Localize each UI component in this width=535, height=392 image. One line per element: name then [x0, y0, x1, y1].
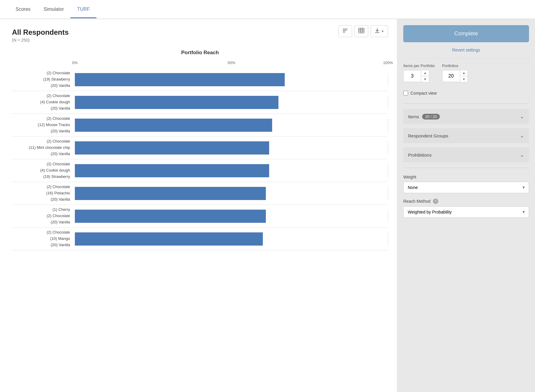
table-button[interactable]	[354, 25, 368, 37]
prohibitions-dropdown[interactable]: Prohibitions ⌄	[403, 147, 529, 162]
items-per-portfolio-buttons: ▲ ▼	[421, 70, 429, 82]
reach-method-help-icon[interactable]: ?	[433, 199, 438, 204]
reach-method-select[interactable]: Weighted by Probability Top Box Top 2 Bo…	[403, 206, 529, 218]
portfolios-up[interactable]: ▲	[460, 70, 468, 76]
compact-view-checkbox[interactable]	[403, 91, 408, 96]
items-dropdown-label: Items 20 / 20	[408, 114, 440, 119]
bar-fill	[75, 73, 285, 86]
bar-area	[75, 73, 388, 86]
tab-simulator[interactable]: Simulator	[37, 1, 71, 18]
bar-area	[75, 141, 388, 155]
sort-icon	[342, 28, 348, 34]
grid-line	[388, 164, 388, 177]
dropdown-arrow: ▼	[381, 30, 384, 33]
x-label-50: 50%	[228, 60, 235, 65]
portfolios-buttons: ▲ ▼	[460, 70, 468, 82]
bar-fill	[75, 210, 266, 223]
table-icon	[358, 28, 364, 34]
prohibitions-chevron-icon: ⌄	[520, 152, 524, 158]
bar-fill	[75, 96, 278, 109]
bar-label: (2) Chocolate(4) Cookie dough(19) Strawb…	[12, 161, 75, 180]
portfolios-input[interactable]	[442, 70, 460, 82]
toolbar: ▼	[338, 25, 388, 37]
bar-area	[75, 96, 388, 109]
main-content: All Respondents (N = 250)	[0, 19, 535, 392]
bar-label: (2) Chocolate(10) Mango(20) Vanilla	[12, 229, 75, 248]
grid-line	[388, 232, 388, 246]
grid-line	[388, 119, 388, 132]
reach-method-section: Reach Method ? Weighted by Probability T…	[403, 199, 529, 218]
bar-area	[75, 210, 388, 223]
bar-area	[75, 187, 388, 200]
items-per-portfolio-input[interactable]	[403, 70, 421, 82]
x-label-0: 0%	[72, 60, 78, 65]
grid-line	[388, 96, 388, 109]
bar-area	[75, 164, 388, 177]
portfolios-down[interactable]: ▼	[460, 76, 468, 82]
sidebar: Complete Revert settings Items per Portf…	[397, 19, 535, 392]
weight-section: Weight None Custom	[403, 175, 529, 193]
bar-fill	[75, 187, 266, 200]
chart-title: All Respondents	[12, 28, 69, 37]
tab-turf[interactable]: TURF	[70, 1, 96, 18]
bar-label: (1) Cherry(2) Chocolate(20) Vanilla	[12, 207, 75, 225]
bar-fill	[75, 119, 272, 132]
tab-scores[interactable]: Scores	[9, 1, 37, 18]
bar-area	[75, 119, 388, 132]
table-row: (2) Chocolate(11) Mint chocolate chip(20…	[12, 137, 388, 159]
compact-view-row: Compact view	[403, 88, 529, 98]
sort-button[interactable]	[338, 25, 352, 37]
chart-subtitle: (N = 250)	[12, 38, 69, 43]
items-per-portfolio-label: Items per Portfolio	[403, 63, 435, 68]
weight-label: Weight	[403, 175, 529, 179]
weight-select[interactable]: None Custom	[403, 182, 529, 193]
reach-method-label: Reach Method	[403, 199, 431, 204]
table-row: (2) Chocolate(4) Cookie dough(20) Vanill…	[12, 91, 388, 114]
respondent-groups-dropdown[interactable]: Respondent Groups ⌄	[403, 128, 529, 143]
bar-label: (2) Chocolate(11) Mint chocolate chip(20…	[12, 138, 75, 157]
items-per-portfolio-group: Items per Portfolio ▲ ▼	[403, 63, 435, 82]
respondent-groups-label: Respondent Groups	[408, 133, 448, 138]
download-icon	[375, 28, 380, 34]
tab-bar: Scores Simulator TURF	[0, 0, 535, 19]
grid-line	[388, 141, 388, 155]
items-per-portfolio-down[interactable]: ▼	[421, 76, 429, 82]
weight-select-wrapper: None Custom	[403, 182, 529, 193]
grid-line	[388, 187, 388, 200]
bar-fill	[75, 164, 269, 177]
reach-method-select-wrapper: Weighted by Probability Top Box Top 2 Bo…	[403, 206, 529, 218]
items-per-portfolio-up[interactable]: ▲	[421, 70, 429, 76]
portfolios-label: Portfolios	[442, 63, 468, 68]
table-row: (2) Chocolate(10) Mango(20) Vanilla	[12, 228, 388, 250]
prohibitions-label: Prohibitions	[408, 152, 431, 158]
grid-line	[388, 210, 388, 223]
compact-view-label: Compact view	[410, 91, 437, 96]
revert-settings-link[interactable]: Revert settings	[403, 46, 529, 54]
bar-area	[75, 232, 388, 246]
bar-label: (2) Chocolate(4) Cookie dough(20) Vanill…	[12, 93, 75, 111]
table-row: (1) Cherry(2) Chocolate(20) Vanilla	[12, 205, 388, 228]
items-dropdown[interactable]: Items 20 / 20 ⌄	[403, 109, 529, 124]
items-badge: 20 / 20	[422, 114, 440, 119]
chart-header: All Respondents (N = 250)	[12, 28, 388, 43]
reach-method-label-row: Reach Method ?	[403, 199, 529, 204]
complete-button[interactable]: Complete	[403, 25, 529, 42]
bar-fill	[75, 141, 269, 155]
table-row: (2) Chocolate(16) Pistachio(20) Vanilla	[12, 182, 388, 205]
respondent-groups-chevron-icon: ⌄	[520, 132, 524, 139]
x-label-100: 100%	[383, 60, 393, 65]
items-per-portfolio-control: ▲ ▼	[403, 70, 435, 82]
respondent-groups-row[interactable]: Respondent Groups ⌄	[403, 128, 529, 143]
bar-label: (2) Chocolate(16) Pistachio(20) Vanilla	[12, 184, 75, 202]
items-dropdown-row[interactable]: Items 20 / 20 ⌄	[403, 109, 529, 124]
spinners-row: Items per Portfolio ▲ ▼ Portfolios	[403, 63, 529, 82]
table-row: (2) Chocolate(12) Moose Tracks(20) Vanil…	[12, 114, 388, 137]
download-button[interactable]: ▼	[371, 25, 388, 37]
portfolios-control: ▲ ▼	[442, 70, 468, 82]
chart-main-title: Portfolio Reach	[12, 50, 388, 56]
bars-container: (2) Chocolate(19) Strawberry(20) Vanilla…	[12, 68, 388, 250]
prohibitions-row[interactable]: Prohibitions ⌄	[403, 147, 529, 162]
chart-panel: All Respondents (N = 250)	[0, 19, 397, 392]
bar-fill	[75, 232, 263, 246]
items-chevron-icon: ⌄	[520, 113, 524, 120]
